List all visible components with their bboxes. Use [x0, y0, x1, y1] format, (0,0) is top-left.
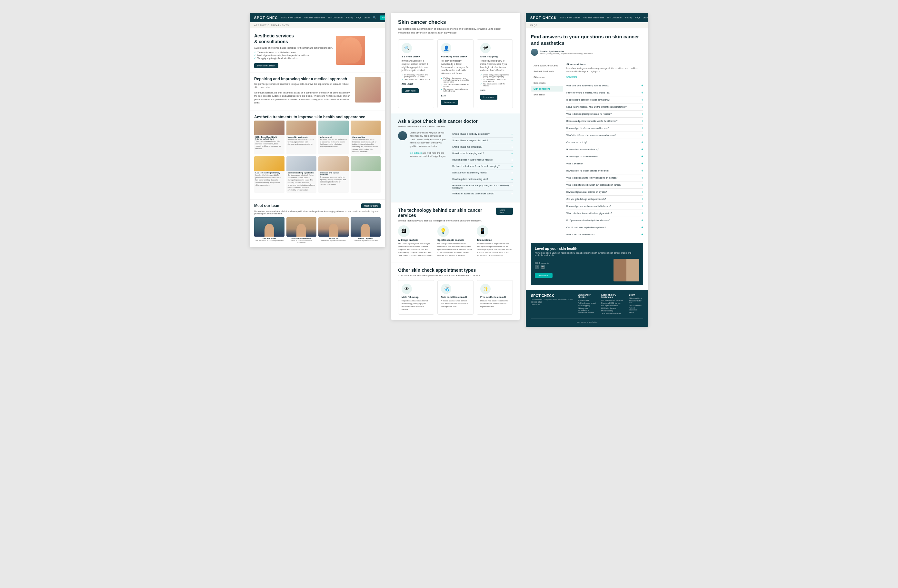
- other-card-aesthetic[interactable]: ✨ Free aesthetic consult Discuss your co…: [477, 280, 513, 315]
- treatment-card-laser[interactable]: Laser skin treatments Ablative and non-a…: [286, 121, 317, 154]
- p3-nav-faqs[interactable]: FAQs: [635, 17, 640, 19]
- p3-faq-6[interactable]: How can I get rid of redness around the …: [566, 125, 643, 132]
- p3-faq-1[interactable]: I think my wound is infected. What shoul…: [566, 89, 643, 97]
- nav-link-skin-cancer[interactable]: Skin Cancer Checks: [281, 17, 301, 19]
- learn-btn-mapping[interactable]: Learn more: [480, 95, 497, 100]
- team-role-valerie: Valerie is a registered nurse with: [318, 239, 349, 241]
- p3-faq-20[interactable]: Can IPL and laser help broken capillarie…: [566, 224, 643, 231]
- footer-link-0-0[interactable]: 3 mole check: [578, 299, 597, 301]
- p3-faq-4[interactable]: What is the best prescription cream for …: [566, 111, 643, 118]
- treatment-card-scar[interactable]: Scar remodelling injectables Our doctors…: [286, 157, 317, 193]
- p3-faq-17[interactable]: How can I get sun spots removed in Melbo…: [566, 203, 643, 210]
- faq-item-3[interactable]: Should I have mole mapping?+: [452, 144, 513, 150]
- p3-nav-conditions[interactable]: Skin Conditions: [607, 17, 623, 19]
- p3-faq-3[interactable]: Lupus rash vs rosacea: what are the simi…: [566, 103, 643, 111]
- p3-faq-8[interactable]: Can rosacea be itchy?+: [566, 139, 643, 146]
- faq-item-9[interactable]: How much does mole mapping cost, and is …: [452, 183, 513, 191]
- p3-faq-21[interactable]: What is IPL skin rejuvenation?+: [566, 231, 643, 238]
- sidebar-item-about[interactable]: About Spot Check Clinic: [531, 63, 563, 68]
- p3-faq-11[interactable]: What is skin sun?+: [566, 160, 643, 167]
- p3-faq-12[interactable]: How can I get rid of dark patches on the…: [566, 167, 643, 174]
- p3-faq-5[interactable]: Rosacea and perioral dermatitis: what's …: [566, 118, 643, 125]
- faq-item-5[interactable]: How long does it take to receive results…: [452, 157, 513, 163]
- p3-faq-13[interactable]: What is the best way to remove sun spots…: [566, 174, 643, 181]
- footer-link-2-4[interactable]: FAQs: [629, 312, 643, 313]
- p3-nav-aesthetic[interactable]: Aesthetic Treatments: [583, 17, 604, 19]
- other-types-section: Other skin check appointment types Consu…: [391, 262, 520, 320]
- p3-faq-2[interactable]: Is it possible to get rid of rosacea per…: [566, 97, 643, 103]
- nav-link-pricing[interactable]: Pricing: [346, 17, 353, 19]
- meet-team-btn[interactable]: Meet our team: [361, 203, 381, 208]
- other-card-followup[interactable]: 👁 Mole follow-up Repeat examination and …: [398, 280, 434, 315]
- nav-link-aesthetic[interactable]: Aesthetic Treatments: [304, 17, 326, 19]
- team-card-dusko[interactable]: Dusko Lapcevic Dusko is a registered nur…: [351, 217, 381, 243]
- footer-link-0-2[interactable]: Mole mapping: [578, 305, 597, 307]
- footer-link-1-3[interactable]: LED light therapy: [601, 307, 624, 309]
- footer-link-2-2[interactable]: Sun protection: [629, 304, 643, 306]
- p3-nav-pricing[interactable]: Pricing: [625, 17, 632, 19]
- nav-link-learn[interactable]: Learn: [364, 17, 370, 19]
- tech-learn-btn[interactable]: Learn More: [496, 207, 513, 215]
- p3-faq-7[interactable]: What's the difference between rosacea an…: [566, 132, 643, 139]
- footer-link-1-2[interactable]: BBL light treatment: [601, 305, 624, 307]
- footer-link-1-5[interactable]: Scar treatment healing: [601, 312, 624, 314]
- p3-faq-15[interactable]: How can I lighten dark patches on my ski…: [566, 189, 643, 196]
- sidebar-item-conditions[interactable]: Skin conditions: [531, 86, 563, 92]
- nav-link-conditions[interactable]: Skin Conditions: [328, 17, 343, 19]
- nav-link-faqs[interactable]: FAQs: [355, 17, 361, 19]
- treatment-card-extra[interactable]: [351, 157, 381, 193]
- p3-faq-0[interactable]: What's the clear fluid coming from my wo…: [566, 82, 643, 89]
- facebook-icon[interactable]: f: [535, 265, 539, 269]
- footer-link-2-3[interactable]: Patient education: [629, 307, 643, 311]
- p3-nav-learn[interactable]: Learn: [643, 17, 648, 19]
- footer-link-1-4[interactable]: Microneedling: [601, 310, 624, 312]
- learn-btn-fullbody[interactable]: Learn more: [441, 100, 458, 105]
- other-card-skin-consult[interactable]: 🩺 Skin condition consult A doctor assess…: [437, 280, 474, 315]
- book-btn-nav1[interactable]: Book now: [380, 15, 385, 20]
- faq-item-1[interactable]: Should I have a full body skin check?+: [452, 131, 513, 138]
- skin-consult-icon: 🩺: [441, 284, 451, 294]
- sidebar-item-aesthetic[interactable]: Aesthetic treatments: [531, 69, 563, 74]
- p3-footer-contact[interactable]: Contact Us: [531, 304, 573, 306]
- search-icon[interactable]: 🔍: [373, 16, 377, 19]
- treatment-card-skincare[interactable]: Skin care and topical products Creams an…: [318, 157, 349, 193]
- sidebar-item-checks[interactable]: Skin checks: [531, 80, 563, 86]
- learn-btn-1-3[interactable]: Learn more: [401, 88, 419, 93]
- faq-item-2[interactable]: Should I have a single mole check?+: [452, 138, 513, 144]
- faq-item-10[interactable]: What is an accredited skin cancer doctor…: [452, 191, 513, 197]
- treatment-card-microneedling[interactable]: Microneedling By puncturing the skin wit…: [351, 121, 381, 154]
- p3-see-more-link[interactable]: Show more: [566, 76, 577, 78]
- footer-link-1-0[interactable]: IPL and laser for rosacea: [601, 299, 624, 301]
- faq-item-7[interactable]: Does a doctor examine my moles?+: [452, 170, 513, 177]
- footer-link-0-1[interactable]: Full body mole check: [578, 302, 597, 304]
- team-card-sahar[interactable]: Dr Sahar Shirkhanloo Sahar is a dedicate…: [286, 217, 317, 243]
- p3-get-started-btn[interactable]: Get started: [535, 273, 552, 278]
- p3-faq-9[interactable]: How can I calm a rosacea flare up?+: [566, 146, 643, 153]
- footer-link-1-1[interactable]: Fractional CO2 for skin: [601, 302, 624, 304]
- faq-item-8[interactable]: How long does mole mapping take?+: [452, 177, 513, 183]
- team-card-chris[interactable]: Dr Chris Miller Dr Chris Miller is a pri…: [254, 217, 284, 243]
- footer-link-2-1[interactable]: Treatments for skin: [629, 300, 643, 304]
- sidebar-item-health[interactable]: Skin health: [531, 92, 563, 97]
- treatment-card-mole[interactable]: Mole removal Removes cosmetically bother…: [318, 121, 349, 154]
- treatment-card-led[interactable]: LED low level light therapy Low level li…: [254, 157, 284, 193]
- ask-cta-link[interactable]: Get in touch: [410, 152, 422, 154]
- faq-item-4[interactable]: How does mole mapping work?+: [452, 150, 513, 157]
- sidebar-item-cancer[interactable]: Skin cancer: [531, 74, 563, 80]
- p3-faq-18[interactable]: What is the best treatment for hypopigme…: [566, 210, 643, 217]
- footer-link-0-4[interactable]: Skin health checks: [578, 312, 597, 314]
- other-grid: 👁 Mole follow-up Repeat examination and …: [398, 280, 513, 315]
- p3-faq-10[interactable]: How can I get rid of deep cheeks?+: [566, 153, 643, 160]
- footer-link-0-3[interactable]: Skin cancer consultations: [578, 307, 597, 311]
- p3-faq-14[interactable]: What is the difference between sun spots…: [566, 181, 643, 189]
- treatment-card-bbl[interactable]: BBL - BroadBand Light Intense pulsed lig…: [254, 121, 284, 154]
- book-consultation-btn[interactable]: Book a consultation: [254, 63, 278, 68]
- p3-nav-skin-cancer[interactable]: Skin Cancer Checks: [560, 17, 580, 19]
- faq-item-6[interactable]: Do I need a doctor's referral for mole m…: [452, 163, 513, 170]
- instagram-icon[interactable]: 📷: [541, 265, 545, 269]
- team-card-valerie[interactable]: Valerie Tra Valerie is a registered nurs…: [318, 217, 349, 243]
- p3-faq-16[interactable]: Can you get rid of age spots permanently…: [566, 196, 643, 203]
- footer-link-2-0[interactable]: Skin conditions: [629, 297, 643, 299]
- p3-faq-19[interactable]: Do Dynasome moles develop into melanomas…: [566, 217, 643, 224]
- treatment-img-bbl: [254, 121, 284, 135]
